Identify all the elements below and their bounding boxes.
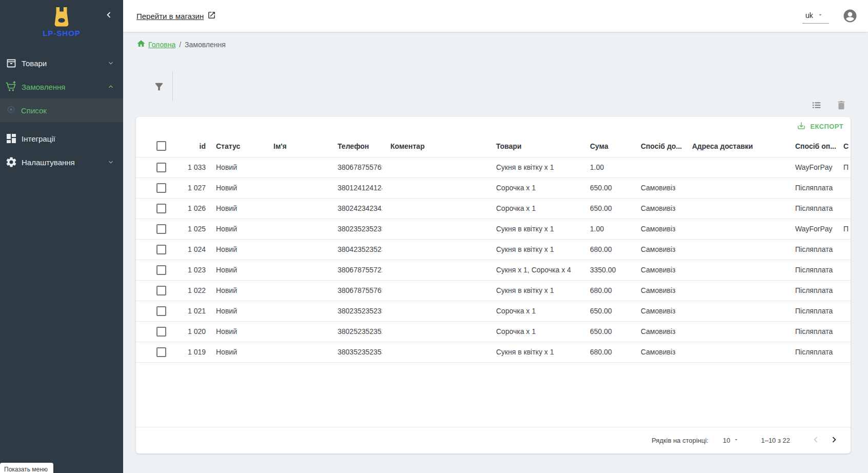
- breadcrumb-current: Замовлення: [185, 41, 226, 49]
- table-row[interactable]: 1 020Новий380252352352Сорочка x 1650.00С…: [136, 321, 851, 342]
- table-row[interactable]: 1 025Новий380235235235Сукня в квітку x 1…: [136, 219, 851, 239]
- sidebar-item-label: Список: [21, 106, 47, 115]
- rows-per-page-select[interactable]: 10: [723, 437, 739, 444]
- table-row[interactable]: 1 033Новий380678755765Сукня в квітку x 1…: [136, 157, 851, 178]
- cell-id: 1 027: [175, 178, 208, 198]
- cell-address: [684, 342, 787, 362]
- table-row[interactable]: 1 022Новий380678755765Сукня в квітку x 1…: [136, 280, 851, 301]
- row-checkbox[interactable]: [156, 163, 166, 172]
- table-row[interactable]: 1 027Новий380124124124Сорочка x 1650.00С…: [136, 178, 851, 198]
- select-all-header-cell[interactable]: [136, 135, 175, 157]
- cell-name: [265, 301, 329, 321]
- cell-extra: П: [843, 157, 851, 178]
- cell-status: Новий: [208, 321, 265, 342]
- table-row[interactable]: 1 023Новий380678755722Сукня x 1, Сорочка…: [136, 260, 851, 280]
- cell-name: [265, 260, 329, 280]
- cell-sum: 1.00: [582, 219, 633, 239]
- cell-name: [265, 280, 329, 301]
- language-select[interactable]: uk: [802, 9, 829, 24]
- cell-comment: [382, 219, 488, 239]
- row-checkbox[interactable]: [156, 204, 166, 213]
- table-row[interactable]: 1 021Новий380235235235Сорочка x 1650.00С…: [136, 301, 851, 321]
- delete-button[interactable]: [835, 100, 847, 112]
- sidebar-item-label: Інтеграції: [22, 134, 55, 143]
- cell-phone: 380124124124: [329, 178, 382, 198]
- list-actions: [811, 100, 847, 112]
- column-header-address[interactable]: Адреса доставки: [684, 135, 787, 157]
- cell-address: [684, 178, 787, 198]
- cell-comment: [382, 178, 488, 198]
- next-page-button[interactable]: [827, 433, 841, 448]
- cell-address: [684, 198, 787, 219]
- dot-icon: [7, 105, 15, 116]
- table-row[interactable]: 1 024Новий380423523523Сукня в квітку x 1…: [136, 239, 851, 260]
- cell-phone: 380678755722: [329, 260, 382, 280]
- row-checkbox[interactable]: [156, 306, 166, 316]
- column-header-id[interactable]: id: [175, 135, 208, 157]
- column-header-products[interactable]: Товари: [488, 135, 582, 157]
- row-checkbox[interactable]: [156, 224, 166, 234]
- row-checkbox[interactable]: [156, 245, 166, 254]
- row-checkbox[interactable]: [156, 286, 166, 295]
- sidebar-item-products[interactable]: Товари: [0, 51, 123, 75]
- pagination-range: 1–10 з 22: [761, 437, 790, 444]
- column-header-payment[interactable]: Спосіб оп...: [787, 135, 843, 157]
- select-columns-button[interactable]: [811, 100, 823, 112]
- cell-extra: [843, 280, 851, 301]
- column-header-extra[interactable]: С: [843, 135, 851, 157]
- cell-sum: 680.00: [582, 280, 633, 301]
- table-body: 1 033Новий380678755765Сукня в квітку x 1…: [136, 157, 851, 362]
- column-header-phone[interactable]: Телефон: [329, 135, 382, 157]
- cell-sum: 1.00: [582, 157, 633, 178]
- sidebar: LP-SHOP Товари Замовлення: [0, 0, 123, 473]
- column-header-name[interactable]: Ім'я: [265, 135, 329, 157]
- chevron-up-icon: [107, 83, 115, 91]
- row-checkbox-cell: [136, 198, 175, 219]
- select-all-checkbox[interactable]: [156, 141, 166, 151]
- logo: LP-SHOP: [0, 6, 123, 37]
- store-link-label: Перейти в магазин: [136, 12, 204, 21]
- pagination: Рядків на сторінці: 10 1–10 з 22: [136, 427, 851, 454]
- cell-delivery: Самовивіз: [633, 321, 684, 342]
- rows-per-page-label: Рядків на сторінці:: [652, 437, 708, 444]
- row-checkbox[interactable]: [156, 183, 166, 193]
- column-header-sum[interactable]: Сума: [582, 135, 633, 157]
- user-avatar-icon[interactable]: [842, 8, 858, 24]
- cell-extra: [843, 198, 851, 219]
- cell-name: [265, 178, 329, 198]
- row-checkbox[interactable]: [156, 265, 166, 275]
- previous-page-button[interactable]: [808, 433, 823, 448]
- sidebar-item-orders-list[interactable]: Список: [0, 98, 123, 122]
- show-menu-tooltip: Показать меню: [0, 463, 53, 473]
- sidebar-item-settings[interactable]: Налаштування: [0, 150, 123, 174]
- cell-status: Новий: [208, 301, 265, 321]
- row-checkbox-cell: [136, 321, 175, 342]
- column-header-comment[interactable]: Коментар: [382, 135, 488, 157]
- cell-comment: [382, 280, 488, 301]
- column-header-status[interactable]: Статус: [208, 135, 265, 157]
- table-row[interactable]: 1 019Новий380352352353Сукня в квітку x 1…: [136, 342, 851, 362]
- chevron-down-icon: [107, 158, 115, 166]
- sidebar-item-orders[interactable]: Замовлення: [0, 75, 123, 98]
- cell-status: Новий: [208, 219, 265, 239]
- cell-id: 1 025: [175, 219, 208, 239]
- export-button[interactable]: ЕКСПОРТ: [797, 121, 843, 132]
- filter-button[interactable]: [153, 81, 165, 93]
- filter-divider: [172, 72, 173, 101]
- table-row[interactable]: 1 026Новий380242342342Сорочка x 1650.00С…: [136, 198, 851, 219]
- row-checkbox[interactable]: [156, 327, 166, 337]
- column-header-delivery[interactable]: Спосіб до...: [633, 135, 684, 157]
- cell-status: Новий: [208, 157, 265, 178]
- cell-products: Сукня в квітку x 1: [488, 219, 582, 239]
- cell-name: [265, 342, 329, 362]
- chevron-down-icon: [107, 59, 115, 67]
- row-checkbox[interactable]: [156, 347, 166, 357]
- breadcrumb-home-link[interactable]: Головна: [136, 39, 175, 50]
- cell-payment: Післяплата: [787, 260, 843, 280]
- main-content: Головна / Замовлення: [123, 32, 868, 473]
- cell-phone: 380235235235: [329, 219, 382, 239]
- cell-phone: 380235235235: [329, 301, 382, 321]
- sidebar-item-integrations[interactable]: Інтеграції: [0, 127, 123, 150]
- go-to-store-link[interactable]: Перейти в магазин: [136, 11, 216, 21]
- cell-id: 1 023: [175, 260, 208, 280]
